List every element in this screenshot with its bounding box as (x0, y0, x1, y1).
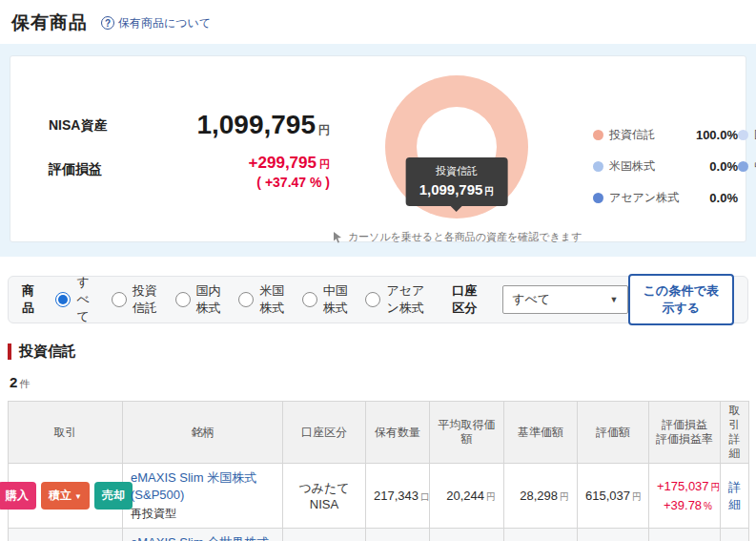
value-cell: 484,758円 (578, 529, 649, 541)
pl-amount-value: +175,037 (657, 479, 709, 493)
totals-block: NISA資産 1,099,795円 評価損益 +299,795円 ( +37.4… (49, 110, 330, 190)
legend-item-beikoku: 米国株式 (593, 158, 688, 175)
pl-rate-value: +39.78 (664, 498, 702, 512)
detail-link[interactable]: 詳細 (721, 529, 749, 541)
radio-button-icon (365, 292, 380, 307)
legend-label: アセアン株式 (609, 190, 679, 206)
account-type-cell: つみたてNISA (283, 464, 366, 529)
yen-unit: 円 (318, 123, 330, 136)
account-type-select[interactable]: すべて ▼ (502, 285, 627, 314)
fund-name-link[interactable]: eMAXIS Slim 米国株式(S&P500) (131, 470, 256, 502)
pl-value: +299,795円 (153, 154, 330, 173)
pl-rate: ( +37.47 % ) (153, 175, 330, 190)
table-header-row: 取引 銘柄 口座区分 保有数量 平均取得価額 基準価額 評価額 評価損益 評価損… (9, 402, 749, 464)
legend-item-chugoku: 中国株式 (738, 158, 756, 175)
tooltip-amount: 1,099,795 (419, 181, 483, 198)
pl-cell: +175,037円 +39.78% (649, 464, 721, 529)
radio-asean[interactable]: アセアン株式 (365, 282, 430, 317)
col-header-trade: 取引 (9, 402, 123, 464)
asset-allocation-chart[interactable]: 投資信託 1,099,795円 カーソルを乗せると各商品の資産を確認できます (347, 73, 566, 244)
yen-unit: 円 (632, 491, 642, 502)
yen-unit: 円 (560, 491, 569, 502)
tsumitate-button[interactable]: 積立▼ (41, 482, 90, 510)
radio-chugoku[interactable]: 中国株式 (302, 282, 350, 317)
radio-all[interactable]: すべて (55, 274, 95, 325)
count-number: 2 (10, 374, 17, 390)
col-header-quantity: 保有数量 (366, 402, 430, 464)
avg-price-cell: 20,244円 (430, 464, 504, 529)
nav-value: 28,298 (520, 489, 558, 503)
radio-button-icon (302, 292, 317, 307)
nav-cell: 28,298円 (504, 464, 578, 529)
chart-hint: カーソルを乗せると各商品の資産を確認できます (332, 230, 582, 244)
tooltip-category: 投資信託 (419, 164, 495, 178)
detail-link[interactable]: 詳細 (721, 464, 749, 529)
col-header-nav: 基準価額 (504, 402, 578, 464)
radio-button-icon (112, 292, 127, 307)
legend-label: 投資信託 (609, 127, 655, 143)
fund-name-cell: eMAXIS Slim 全世界株式(オール・カントリー) 再投資型 (123, 529, 283, 541)
page-header: 保有商品 ? 保有商品について (0, 0, 756, 44)
col-header-detail: 取引 詳細 (721, 402, 749, 464)
legend-label: 米国株式 (609, 158, 655, 175)
value-amount: 615,037 (585, 489, 630, 503)
pl-amount: +175,037円 (657, 477, 712, 496)
nisa-summary-card: NISA資産 1,099,795円 評価損益 +299,795円 ( +37.4… (10, 55, 746, 242)
table-row: 購入 積立▼ 売却 eMAXIS Slim 米国株式(S&P500) 再投資型 … (9, 464, 749, 529)
nav-cell: 23,627円 (504, 529, 578, 541)
radio-beikoku[interactable]: 米国株式 (238, 282, 286, 317)
chevron-down-icon: ▼ (74, 492, 82, 501)
nisa-asset-value: 1,099,795円 (153, 110, 330, 140)
yen-unit: 円 (711, 482, 721, 492)
result-count: 2件 (10, 374, 746, 391)
yen-unit: 円 (319, 158, 330, 170)
radio-button-icon (238, 292, 254, 307)
buy-button[interactable]: 購入 (0, 482, 36, 510)
legend-item-asean: アセアン株式 (593, 190, 688, 206)
question-icon: ? (101, 16, 114, 30)
summary-band: NISA資産 1,099,795円 評価損益 +299,795円 ( +37.4… (0, 44, 756, 257)
count-unit: 件 (19, 378, 30, 389)
chevron-down-icon: ▼ (610, 295, 619, 304)
product-filter-label: 商品 (22, 282, 38, 317)
col-header-pl-line1: 評価損益 (653, 418, 716, 432)
col-header-value: 評価額 (578, 402, 649, 464)
apply-filter-button[interactable]: この条件で表示する (628, 274, 734, 325)
legend-value: 0.0% (688, 191, 738, 205)
section-header: 投資信託 (8, 343, 746, 361)
avg-price-value: 20,244 (446, 489, 484, 503)
nisa-asset-label: NISA資産 (49, 110, 153, 140)
legend-dot (593, 193, 603, 203)
pl-label: 評価損益 (49, 154, 153, 190)
help-link-label: 保有商品について (118, 15, 211, 31)
section-title: 投資信託 (19, 343, 76, 361)
radio-label: 中国株式 (323, 282, 350, 317)
radio-button-icon (55, 292, 71, 307)
pl-amount: +299,795 (249, 154, 317, 172)
pl-block: +299,795円 ( +37.47 % ) (153, 154, 330, 190)
sell-button[interactable]: 売却 (94, 482, 133, 510)
radio-kokunai[interactable]: 国内株式 (175, 282, 223, 317)
quantity-cell: 205,171口 (366, 529, 430, 541)
holdings-table: 取引 銘柄 口座区分 保有数量 平均取得価額 基準価額 評価額 評価損益 評価損… (8, 401, 749, 541)
percent-unit: % (704, 501, 712, 511)
pl-rate: +39.78% (657, 496, 712, 515)
quantity-value: 217,343 (374, 489, 419, 503)
actions-cell: 購入 積立▼ 売却 (9, 464, 123, 529)
radio-label: 米国株式 (259, 282, 286, 317)
radio-toshin[interactable]: 投資信託 (112, 282, 159, 317)
holdings-help-link[interactable]: ? 保有商品について (101, 15, 211, 31)
col-header-name: 銘柄 (123, 402, 283, 464)
legend-dot (738, 161, 748, 172)
yen-unit: 円 (484, 186, 494, 197)
tsumitate-label: 積立 (49, 489, 72, 502)
section-accent-bar (8, 343, 11, 360)
fund-type: 再投資型 (131, 506, 275, 522)
tooltip-value: 1,099,795円 (419, 181, 495, 198)
col-header-avg-price: 平均取得価額 (430, 402, 504, 464)
col-header-detail-line1: 取引 (725, 404, 745, 432)
col-header-account: 口座区分 (283, 402, 366, 464)
radio-label: アセアン株式 (386, 282, 430, 317)
kuchi-unit: 口 (420, 491, 430, 502)
fund-name-link[interactable]: eMAXIS Slim 全世界株式(オール・カントリー) (131, 535, 269, 541)
